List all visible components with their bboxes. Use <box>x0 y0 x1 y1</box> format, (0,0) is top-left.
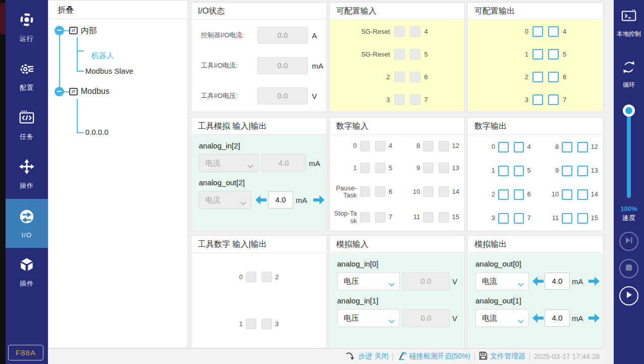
field-label: 工具I/O电压: <box>201 91 257 100</box>
nav-item-run[interactable]: 运行 <box>6 3 48 52</box>
loop-label: 循环 <box>623 81 635 89</box>
tree-node-ip[interactable]: 0.0.0.0 <box>85 128 109 136</box>
increase-arrow-button[interactable] <box>588 314 600 323</box>
mode-select[interactable]: 电压 <box>337 309 400 327</box>
increase-arrow-button[interactable] <box>588 277 600 286</box>
digital-output-checkbox[interactable] <box>562 189 572 200</box>
io-label: 2 <box>275 273 287 281</box>
nav-item-io[interactable]: I/O <box>6 199 48 248</box>
digital-output-checkbox[interactable] <box>514 166 524 176</box>
nav-item-operate[interactable]: 操作 <box>6 150 48 199</box>
local-control-button[interactable]: 本地控制 <box>614 8 644 38</box>
io-label: 5 <box>527 167 539 174</box>
config-input-checkbox <box>410 94 420 105</box>
tree-node-internal[interactable]: 内部 <box>81 26 97 36</box>
nav-item-config[interactable]: 配置 <box>6 52 48 101</box>
nav-label: 运行 <box>20 34 34 43</box>
tree-node-modbus-slave[interactable]: Modbus Slave <box>85 67 133 75</box>
digital-input-row: 1 5 9 13 <box>330 163 464 173</box>
digital-output-checkbox[interactable] <box>562 213 572 224</box>
mode-select[interactable]: 电流 <box>475 309 529 327</box>
collision-detection-status[interactable]: 碰撞检测开启(50%) <box>397 351 470 362</box>
digital-output-checkbox[interactable] <box>577 189 588 200</box>
io-label: 15 <box>591 215 603 222</box>
panel-io-status: I/O状态 控制器I/O电流: 0.0 A 工具I/O电流: 0.0 mA 工具… <box>191 2 327 112</box>
decrease-arrow-button[interactable] <box>532 277 544 286</box>
digital-output-checkbox[interactable] <box>577 166 588 176</box>
config-output-checkbox[interactable] <box>548 72 559 82</box>
increase-arrow-button[interactable] <box>313 195 325 204</box>
tool-io-voltage-field: 0.0 <box>257 87 308 105</box>
config-output-checkbox[interactable] <box>532 49 543 60</box>
chevron-down-icon <box>518 280 524 288</box>
digital-output-checkbox[interactable] <box>498 189 509 200</box>
speed-slider-track[interactable] <box>627 109 631 198</box>
tool-io-current-field: 0.0 <box>257 57 308 74</box>
config-output-checkbox[interactable] <box>532 72 543 82</box>
analog-out-1-value[interactable]: 4.0 <box>545 309 570 327</box>
analog-out-2-value[interactable]: 4.0 <box>268 191 293 209</box>
io-exchange-icon <box>19 209 35 227</box>
digital-output-checkbox[interactable] <box>514 189 524 200</box>
panel-title: 工具数字 输入|输出 <box>191 236 327 253</box>
io-label: 9 <box>400 165 420 172</box>
loop-button[interactable]: 循环 <box>614 59 644 89</box>
unit-label: mA <box>572 277 583 286</box>
tree-collapse-toggle-modbus[interactable] <box>55 87 64 96</box>
analog-in-0-row: 电压 0.0 V <box>337 272 464 290</box>
io-label: 0 <box>478 28 528 35</box>
nav-item-task[interactable]: 任务 <box>6 101 48 150</box>
channel-label: analog_in[1] <box>337 296 464 305</box>
panel-title: 可配置输入 <box>330 3 464 20</box>
mode-select[interactable]: 电流 <box>475 272 529 290</box>
digital-output-checkbox[interactable] <box>498 213 509 224</box>
skip-forward-icon <box>625 237 633 246</box>
chevron-down-icon <box>389 280 395 288</box>
channel-label: analog_out[1] <box>475 296 603 305</box>
nav-item-plugin[interactable]: 插件 <box>6 248 48 297</box>
tree-collapse-toggle-internal[interactable] <box>55 26 64 35</box>
play-icon <box>625 291 633 301</box>
panel-tool-analog-io: 工具模拟 输入|输出 analog_in[2] 电流 4.0 mA analog… <box>191 117 327 231</box>
io-label: 13 <box>452 165 464 172</box>
digital-input-checkbox <box>375 163 386 173</box>
panel-configurable-output: 可配置输出 0 4 1 5 2 6 3 7 <box>467 2 604 112</box>
digital-output-checkbox[interactable] <box>577 213 588 224</box>
tree-node-robot[interactable]: 机器人 <box>85 46 126 65</box>
digital-output-checkbox[interactable] <box>577 142 588 152</box>
analog-out-0-value[interactable]: 4.0 <box>545 273 570 290</box>
mode-select[interactable]: 电压 <box>337 272 400 290</box>
io-label: 4 <box>527 143 539 150</box>
io-label: 7 <box>424 96 455 103</box>
collapse-all-button[interactable]: 折叠 <box>48 1 188 19</box>
io-label: 3 <box>340 96 390 103</box>
config-output-checkbox[interactable] <box>532 26 543 37</box>
decrease-arrow-button[interactable] <box>255 195 266 204</box>
digital-output-row: 2 6 10 14 <box>468 189 603 200</box>
digital-output-checkbox[interactable] <box>514 213 524 224</box>
digital-output-checkbox[interactable] <box>498 142 509 152</box>
speed-slider-knob[interactable] <box>623 105 635 117</box>
config-output-checkbox[interactable] <box>548 94 559 105</box>
config-output-checkbox[interactable] <box>548 49 559 60</box>
unit-label: mA <box>572 314 583 323</box>
decrease-arrow-button[interactable] <box>532 314 544 323</box>
tree-node-modbus[interactable]: Modbus <box>81 87 110 96</box>
config-output-checkbox[interactable] <box>548 26 559 37</box>
speed-label: 速度 <box>614 214 644 223</box>
step-mode-status[interactable]: 步进 关闭 <box>346 351 389 361</box>
digital-input-checkbox <box>439 212 449 223</box>
separator <box>529 353 530 360</box>
robot-id-badge[interactable]: F88A <box>8 345 43 360</box>
io-label: 6 <box>389 188 400 195</box>
digital-output-checkbox[interactable] <box>562 142 572 152</box>
play-button[interactable] <box>619 286 638 305</box>
digital-output-checkbox[interactable] <box>514 142 524 152</box>
io-label: Pause-Task <box>333 185 357 199</box>
digital-output-checkbox[interactable] <box>498 166 509 176</box>
digital-input-checkbox <box>360 212 370 223</box>
io-label: 9 <box>539 167 559 174</box>
config-output-checkbox[interactable] <box>532 94 543 105</box>
file-manager-button[interactable]: 文件管理器 <box>479 351 525 361</box>
digital-output-checkbox[interactable] <box>562 166 572 176</box>
